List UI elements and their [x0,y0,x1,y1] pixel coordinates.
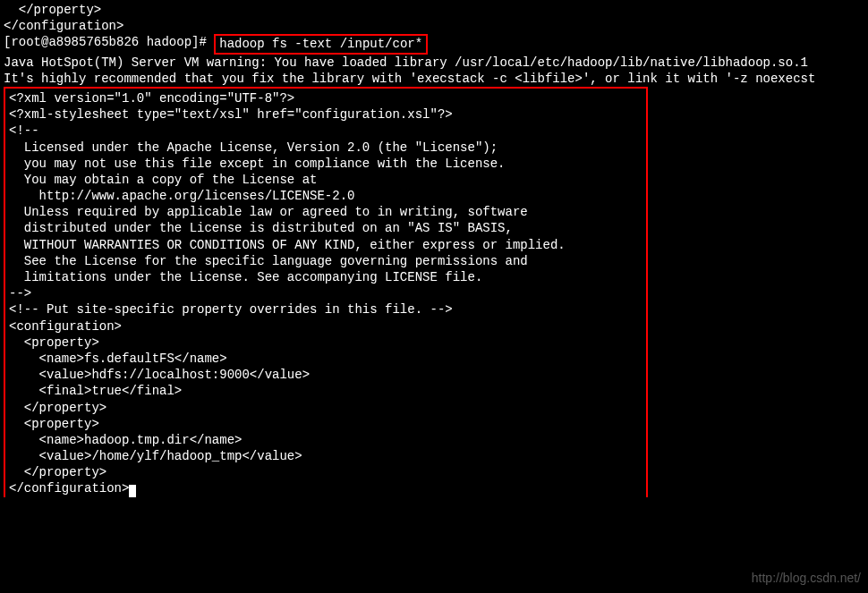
xml-line: <name>hadoop.tmp.dir</name> [9,432,642,448]
xml-line: You may obtain a copy of the License at [9,172,642,188]
xml-line: --> [9,285,642,301]
xml-line: <?xml version="1.0" encoding="UTF-8"?> [9,90,642,106]
xml-line: </configuration> [9,480,642,496]
command-highlighted: hadoop fs -text /input/cor* [214,34,428,54]
prompt-line[interactable]: [root@a8985765b826 hadoop]# hadoop fs -t… [4,34,864,54]
warning-line: It's highly recommended that you fix the… [4,71,864,87]
xml-line: distributed under the License is distrib… [9,220,642,236]
command-output-box: <?xml version="1.0" encoding="UTF-8"?> <… [4,87,648,497]
xml-line: <name>fs.defaultFS</name> [9,351,642,367]
cursor-icon [129,485,136,497]
xml-line: WITHOUT WARRANTIES OR CONDITIONS OF ANY … [9,237,642,253]
warning-line: Java HotSpot(TM) Server VM warning: You … [4,55,864,71]
xml-line: </property> [9,400,642,416]
terminal-output-line: </property> [4,2,864,18]
xml-line: <final>true</final> [9,383,642,399]
terminal-output-line: </configuration> [4,18,864,34]
xml-line: <!-- [9,123,642,139]
xml-line: Licensed under the Apache License, Versi… [9,140,642,156]
xml-line: <value>hdfs://localhost:9000</value> [9,367,642,383]
xml-line: limitations under the License. See accom… [9,269,642,285]
xml-line: <property> [9,416,642,432]
watermark-text: http://blog.csdn.net/ [752,570,861,586]
xml-line: <?xml-stylesheet type="text/xsl" href="c… [9,106,642,123]
xml-line: <value>/home/ylf/hadoop_tmp</value> [9,448,642,464]
xml-line: <!-- Put site-specific property override… [9,301,642,318]
xml-line: http://www.apache.org/licenses/LICENSE-2… [9,188,642,204]
xml-line: <configuration> [9,318,642,335]
xml-line: Unless required by applicable law or agr… [9,204,642,220]
xml-line: you may not use this file except in comp… [9,156,642,172]
shell-prompt: [root@a8985765b826 hadoop]# [4,34,214,50]
xml-line: <property> [9,335,642,351]
xml-line: </property> [9,464,642,480]
xml-line: See the License for the specific languag… [9,253,642,269]
